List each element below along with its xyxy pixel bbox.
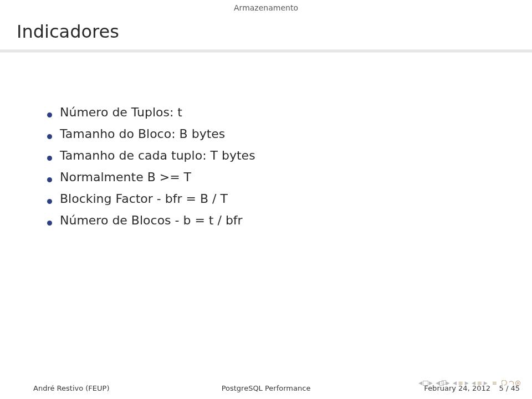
- slide: Armazenamento Indicadores Número de Tupl…: [0, 0, 532, 399]
- list-item-text: Tamanho de cada tuplo: T bytes: [60, 149, 255, 162]
- bullet-icon: [47, 156, 52, 161]
- slide-body: Número de Tuplos: t Tamanho do Bloco: B …: [47, 105, 499, 235]
- bullet-icon: [47, 199, 52, 204]
- footer-author: André Restivo (FEUP): [33, 384, 109, 392]
- footer-page-number: 5 / 45: [499, 384, 520, 392]
- title-rule-1: [0, 50, 532, 50]
- list-item: Tamanho de cada tuplo: T bytes: [47, 149, 499, 162]
- list-item-text: Número de Blocos - b = t / bfr: [60, 213, 243, 227]
- list-item: Blocking Factor - bfr = B / T: [47, 192, 499, 206]
- footer-talk-title: PostgreSQL Performance: [222, 384, 311, 392]
- list-item: Número de Blocos - b = t / bfr: [47, 213, 499, 227]
- list-item-text: Número de Tuplos: t: [60, 105, 182, 119]
- list-item: Tamanho do Bloco: B bytes: [47, 127, 499, 141]
- list-item-text: Blocking Factor - bfr = B / T: [60, 192, 228, 206]
- footer-date: February 24, 2012: [424, 384, 490, 392]
- list-item: Normalmente B >= T: [47, 170, 499, 184]
- list-item-text: Tamanho do Bloco: B bytes: [60, 127, 225, 141]
- bullet-icon: [47, 112, 52, 117]
- list-item: Número de Tuplos: t: [47, 105, 499, 119]
- section-header: Armazenamento: [0, 0, 532, 12]
- footer: André Restivo (FEUP) PostgreSQL Performa…: [0, 384, 532, 396]
- list-item-text: Normalmente B >= T: [60, 170, 191, 184]
- title-rule-2: [0, 52, 532, 52]
- bullet-icon: [47, 221, 52, 226]
- bullet-icon: [47, 134, 52, 139]
- bullet-icon: [47, 177, 52, 182]
- slide-title: Indicadores: [0, 12, 532, 45]
